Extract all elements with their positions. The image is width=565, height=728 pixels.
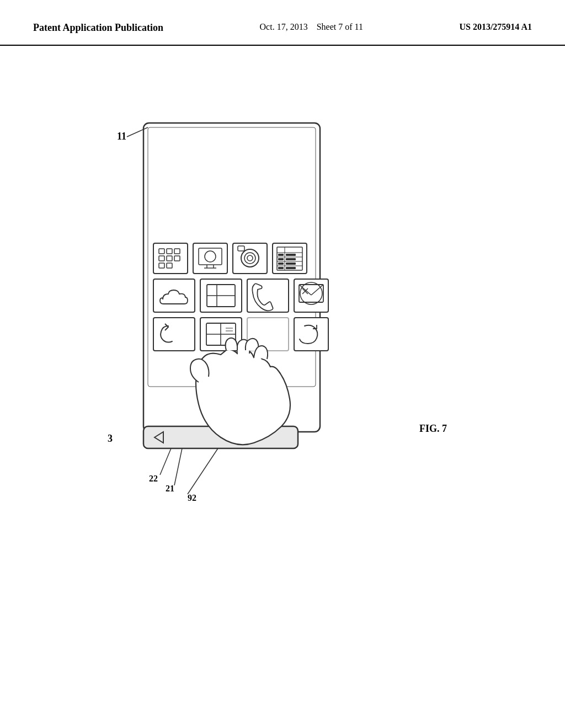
header-left-text: Patent Application Publication — [33, 22, 163, 34]
label-92-line — [188, 448, 218, 494]
page-header: Patent Application Publication Oct. 17, … — [0, 0, 565, 46]
svg-rect-31 — [278, 263, 284, 265]
svg-rect-32 — [286, 263, 296, 265]
svg-rect-30 — [286, 258, 296, 260]
svg-rect-35 — [153, 279, 195, 312]
svg-rect-34 — [286, 267, 296, 269]
header-sheet: Sheet 7 of 11 — [317, 22, 363, 31]
label-21-line — [174, 448, 182, 485]
header-right-text: US 2013/275914 A1 — [459, 22, 532, 32]
patent-drawing: 11 3 22 21 92 FIG. 7 — [0, 46, 565, 719]
header-center-text: Oct. 17, 2013 Sheet 7 of 11 — [260, 22, 363, 32]
svg-rect-28 — [286, 254, 296, 256]
label-11: 11 — [117, 131, 126, 142]
figure-label: FIG. 7 — [419, 423, 447, 434]
label-3: 3 — [108, 433, 113, 444]
label-92: 92 — [188, 493, 196, 502]
svg-rect-56 — [294, 318, 328, 351]
label-22-line — [160, 448, 171, 475]
header-date: Oct. 17, 2013 — [260, 22, 308, 31]
main-content: 11 3 22 21 92 FIG. 7 — [0, 46, 565, 719]
svg-rect-48 — [153, 318, 195, 351]
label-22: 22 — [149, 474, 158, 483]
label-21: 21 — [166, 484, 174, 493]
svg-rect-29 — [278, 258, 284, 260]
svg-rect-27 — [278, 254, 284, 256]
svg-rect-33 — [278, 267, 284, 269]
